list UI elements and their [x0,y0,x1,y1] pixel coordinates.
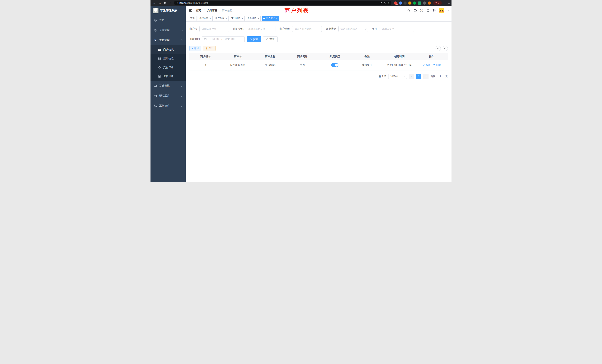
prev-page-button[interactable]: ‹ [409,74,414,79]
goto-page: 前往 页 [430,74,448,79]
tab-user-group[interactable]: 用户分组× [214,16,229,21]
close-icon[interactable]: × [258,17,259,20]
sidebar-item-payment[interactable]: ¥ 支付管理 [150,35,186,45]
tab-process-form[interactable]: 流程表单× [198,16,213,21]
filter-form-row-2: 创建时间 开始日期 - 结束日期 搜索 [189,36,448,42]
merchant-no-input[interactable] [199,26,229,32]
tab-home[interactable]: 首页 [189,16,196,21]
breadcrumb-home[interactable]: 首页 [196,9,201,12]
toggle-search-icon[interactable] [436,46,441,51]
sidebar-item-workflow[interactable]: 工作流程 [150,101,186,111]
edit-link[interactable]: 修改 [423,63,430,67]
tab-refund-orders[interactable]: 退款订单× [246,16,261,21]
sidebar: 芋道管理系统 首页 系统管理 ¥ 支付管理 [150,6,186,182]
refresh-table-icon[interactable] [443,46,448,51]
close-icon[interactable]: × [276,17,278,20]
address-bar[interactable]: localhost:1024/pay/merchant ☆ [174,1,391,5]
font-size-icon[interactable]: TT [433,9,436,12]
merchant-table: 商户编号 商户号 商户全称 商户简称 开启状态 备注 创建时间 操作 1 [189,53,448,70]
tabs-bar: 首页 流程表单× 用户分组× 支付订单× 退款订单× 商户信息× [186,15,452,21]
end-date-placeholder: 结束日期 [225,38,235,41]
chevron-down-icon [181,85,183,87]
home-icon[interactable] [169,1,172,5]
column-remark: 备注 [351,53,383,60]
extension-icon[interactable] [408,1,411,5]
page-size-select[interactable]: 10条/页 [388,74,407,79]
user-avatar[interactable] [439,8,444,13]
merchant-no-label: 商户号 [189,27,197,31]
extension-icon[interactable]: 10 [394,1,397,5]
chevron-down-icon [181,105,183,107]
navbar: 首页 / 支付管理 / 商户信息 商户列表 ? [186,6,452,15]
payment-submenu: 商户信息 应用信息 支付订单 退款订单 [150,45,186,81]
app-logo[interactable]: 芋道管理系统 [150,6,186,15]
browser-menu-icon[interactable]: ⋮ [443,1,447,5]
browser-update-button[interactable]: 更新 [433,1,442,5]
export-button[interactable]: 导出 [203,46,215,51]
breadcrumb-separator: / [220,9,220,12]
remark-input[interactable] [380,26,414,32]
close-icon[interactable]: × [226,17,227,20]
breadcrumb-payment[interactable]: 支付管理 [207,9,217,12]
extension-icon[interactable] [423,1,426,5]
page-number-button[interactable]: 1 [416,74,421,79]
page-content: 商户号 商户全称 商户简称 开启状态 请选择开启状态 [186,21,452,182]
sidebar-toggle-icon[interactable] [189,9,192,12]
extensions-area: 10 [393,1,432,5]
delete-link[interactable]: 删除 [433,63,441,67]
fullscreen-icon[interactable] [426,9,430,12]
site-info-icon[interactable] [176,2,178,4]
user-menu-caret-icon[interactable] [447,10,449,11]
cell-full-name: 芋道源码 [254,60,286,70]
sidebar-item-app-info[interactable]: 应用信息 [150,54,186,63]
github-icon[interactable] [413,9,417,12]
sidebar-item-system[interactable]: 系统管理 [150,25,186,35]
status-toggle[interactable] [331,63,338,67]
cell-actions: 修改 删除 [416,60,448,70]
sidebar-item-merchant-info[interactable]: 商户信息 [150,45,186,54]
next-page-button[interactable]: › [423,74,429,79]
navbar-actions: ? TT [407,8,449,13]
status-select[interactable]: 请选择开启状态 [338,26,368,32]
close-icon[interactable]: × [209,17,211,20]
column-create-time: 创建时间 [383,53,416,60]
full-name-input[interactable] [246,26,275,32]
goto-page-input[interactable] [437,74,444,79]
password-key-icon[interactable] [380,2,382,4]
header-search-icon[interactable] [407,9,410,12]
reset-button[interactable]: 重置 [263,36,278,42]
breadcrumb-current: 商户信息 [222,9,232,12]
share-icon[interactable] [384,2,386,4]
extension-icon[interactable] [404,1,407,5]
back-icon[interactable]: ← [152,1,156,5]
table-toolbar: + 新增 导出 [189,46,448,51]
cell-remark: 我是备注 [351,60,383,70]
chevron-down-icon [365,28,367,30]
forward-icon[interactable]: → [158,1,162,5]
chevron-down-icon [181,95,183,97]
start-date-placeholder: 开始日期 [209,38,219,41]
app-title: 芋道管理系统 [160,9,177,12]
short-name-input[interactable] [292,26,322,32]
add-button[interactable]: + 新增 [189,46,201,51]
toolbar-caret-icon[interactable] [448,2,450,4]
sidebar-item-infrastructure[interactable]: 基础设施 [150,81,186,91]
search-button[interactable]: 搜索 [247,36,261,42]
close-icon[interactable]: × [241,17,243,20]
tab-merchant-info[interactable]: 商户信息× [262,16,279,21]
extension-icon[interactable] [399,1,402,5]
column-short-name: 商户简称 [286,53,319,60]
extension-icon[interactable] [428,1,431,5]
sidebar-item-refund-orders[interactable]: 退款订单 [150,72,186,81]
tab-payment-orders[interactable]: 支付订单× [230,16,245,21]
sidebar-item-payment-orders[interactable]: 支付订单 [150,63,186,72]
bookmark-star-icon[interactable]: ☆ [387,2,390,4]
extension-icon[interactable] [418,1,421,5]
sidebar-item-home[interactable]: 首页 [150,15,186,25]
create-time-range-picker[interactable]: 开始日期 - 结束日期 [202,36,245,42]
extension-icon[interactable] [413,1,416,5]
help-icon[interactable]: ? [420,9,423,12]
annotation-merchant-list: 商户列表 [284,7,309,14]
reload-icon[interactable] [163,1,167,5]
sidebar-item-dev-tools[interactable]: 研发工具 [150,91,186,101]
